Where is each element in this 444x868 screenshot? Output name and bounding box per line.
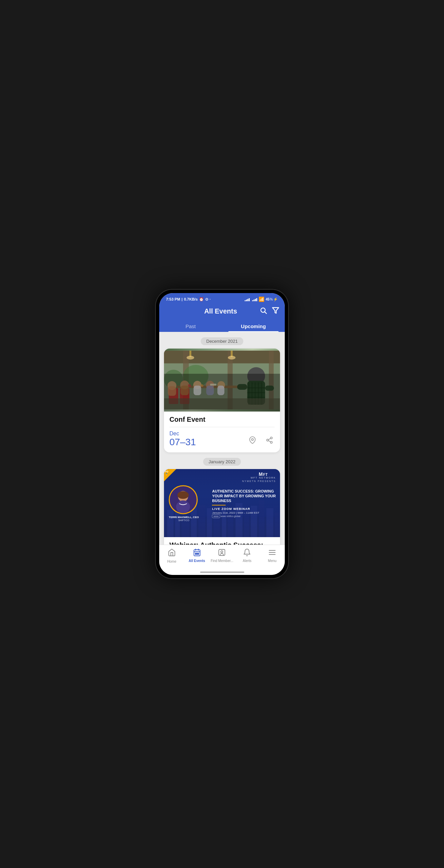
webinar-title-divider [212, 505, 226, 505]
signal-bar [255, 299, 256, 301]
scroll-content[interactable]: December 2021 [159, 332, 285, 545]
tab-upcoming[interactable]: Upcoming [222, 320, 285, 332]
nfc-icon: ⊙ [205, 297, 208, 302]
section-header-december: December 2021 [159, 337, 285, 345]
signal-bar [247, 299, 248, 301]
svg-line-1 [265, 312, 266, 314]
divider-conf [169, 427, 275, 427]
speaker-name: TERRI MAXWELL, CEO [169, 515, 199, 519]
home-indicator-bar [159, 569, 285, 575]
filter-button[interactable] [272, 307, 279, 316]
svg-rect-75 [197, 553, 199, 554]
event-title-conf: Conf Event [169, 416, 275, 423]
svg-rect-76 [219, 549, 225, 556]
nav-item-alerts[interactable]: Alerts [234, 547, 260, 565]
tab-past-label: Past [185, 323, 196, 329]
nav-item-find-member[interactable]: Find Member... [210, 547, 235, 565]
svg-point-38 [228, 356, 235, 359]
svg-rect-42 [210, 384, 216, 386]
webinar-website-text: www shiftco.global [221, 515, 241, 517]
event-body-webinar: Webinar: Authentic Success: Growing [164, 537, 280, 545]
svg-marker-2 [273, 308, 279, 314]
event-date-row-conf: Dec 07–31 [169, 431, 275, 450]
svg-point-77 [221, 551, 223, 553]
svg-rect-18 [194, 386, 201, 395]
nav-item-all-events[interactable]: All Events [184, 547, 210, 565]
svg-rect-32 [247, 397, 265, 398]
svg-point-68 [177, 491, 188, 499]
signal-bar [249, 298, 250, 301]
event-image-webinar: PD🏅 MFT MFT NETWORK NYMETN PRESENTS [164, 469, 280, 537]
svg-point-13 [167, 381, 176, 390]
battery-percent-sign: % [270, 298, 273, 301]
svg-point-21 [217, 381, 225, 389]
signal-bar [246, 300, 247, 301]
speaker-circle-container: TERRI MAXWELL, CEO SHIFT/CO [169, 484, 199, 521]
nav-label-alerts: Alerts [243, 559, 252, 563]
home-icon [168, 548, 176, 559]
event-date-conf: Dec 07–31 [169, 431, 196, 447]
svg-rect-70 [194, 550, 200, 556]
share-button[interactable] [264, 435, 275, 447]
svg-point-19 [206, 381, 214, 389]
svg-point-9 [164, 370, 183, 389]
svg-rect-10 [177, 386, 247, 388]
nav-item-home[interactable]: Home [159, 547, 184, 565]
svg-rect-4 [164, 351, 280, 363]
svg-line-48 [268, 438, 270, 440]
svg-rect-27 [254, 383, 256, 405]
pin-button[interactable] [247, 435, 258, 447]
webinar-content-overlay: PD🏅 MFT MFT NETWORK NYMETN PRESENTS [164, 469, 280, 537]
status-bar: 7:53 PM | 0.7KB/s ⏰ ⊙ · [159, 293, 285, 304]
speaker-company: SHIFT/CO [169, 519, 199, 522]
bottom-navigation: Home All Events [159, 545, 285, 569]
nav-label-menu: Menu [268, 559, 277, 563]
svg-rect-16 [181, 386, 189, 395]
svg-rect-26 [251, 383, 253, 405]
find-member-icon [218, 548, 226, 558]
svg-point-8 [183, 365, 209, 387]
svg-rect-14 [168, 386, 176, 396]
status-right: 📶 45 % ⚡ [245, 296, 278, 302]
event-image-conf [164, 349, 280, 412]
svg-point-40 [188, 384, 191, 387]
time-display: 7:53 PM [166, 297, 180, 301]
nav-label-all-events: All Events [189, 559, 205, 563]
event-body-conf: Conf Event Dec 07–31 [164, 412, 280, 452]
tab-past[interactable]: Past [159, 320, 222, 332]
signal-bar [245, 300, 246, 301]
svg-rect-39 [164, 398, 280, 409]
phone-screen: 7:53 PM | 0.7KB/s ⏰ ⊙ · [159, 293, 285, 575]
svg-rect-22 [217, 386, 225, 395]
badge-icon: PD🏅 [165, 470, 168, 476]
speaker-avatar [169, 485, 198, 514]
section-label-january: January 2022 [203, 458, 241, 466]
event-day-range-conf: 07–31 [169, 437, 196, 447]
event-card-conf[interactable]: Conf Event Dec 07–31 [164, 349, 280, 452]
header-actions [260, 307, 279, 316]
nav-label-find-member: Find Member... [211, 559, 233, 563]
svg-rect-25 [248, 383, 250, 405]
search-button[interactable] [260, 307, 267, 316]
svg-rect-7 [269, 351, 274, 409]
event-month-conf: Dec [169, 431, 196, 437]
dot-indicator: · [210, 297, 211, 301]
tabs-bar: Past Upcoming [159, 320, 285, 332]
signal-bar [252, 300, 253, 301]
svg-point-23 [247, 367, 265, 385]
section-header-january: January 2022 [159, 458, 285, 466]
svg-line-47 [268, 440, 270, 442]
signal-bars-2 [252, 297, 257, 301]
nav-label-home: Home [167, 560, 177, 563]
svg-rect-11 [169, 388, 178, 404]
network-speed: | [182, 297, 183, 301]
network-speed-value: 0.7KB/s [184, 297, 198, 301]
nav-item-menu[interactable]: Menu [260, 547, 285, 565]
all-events-icon [193, 548, 201, 558]
battery-indicator: 45 % ⚡ [266, 297, 278, 302]
alerts-icon [243, 548, 251, 558]
webinar-type: LIVE ZOOM WEBINAR [212, 507, 250, 511]
event-card-webinar[interactable]: PD🏅 MFT MFT NETWORK NYMETN PRESENTS [164, 469, 280, 545]
page-title: All Events [182, 307, 260, 315]
webinar-right-content: AUTHENTIC SUCCESS: GROWING YOUR IMPACT B… [212, 469, 276, 537]
